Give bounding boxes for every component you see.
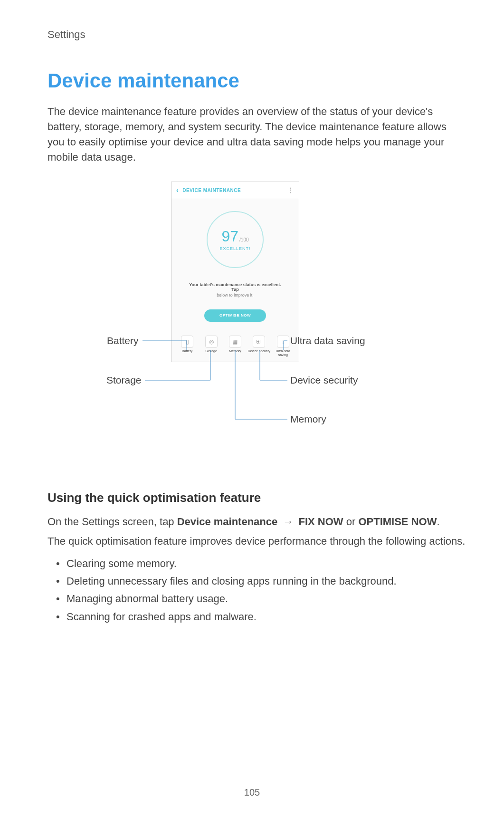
- breadcrumb: Settings: [48, 29, 466, 41]
- phone-header-title: DEVICE MAINTENANCE: [182, 188, 241, 193]
- storage-icon: ◎: [205, 336, 218, 348]
- shield-icon: ⛨: [253, 336, 265, 348]
- icon-label: Memory: [229, 349, 241, 353]
- instruction-target-2: FIX NOW: [299, 516, 343, 528]
- section-heading: Using the quick optimisation feature: [48, 490, 466, 505]
- data-saving-icon: ↓: [277, 336, 289, 348]
- list-item: Scanning for crashed apps and malware.: [48, 608, 466, 625]
- body-paragraph: The quick optimisation feature improves …: [48, 533, 466, 549]
- icons-row: ▯ Battery ◎ Storage ▦ Memory ⛨ Device se…: [171, 336, 299, 356]
- list-item: Clearing some memory.: [48, 555, 466, 572]
- bullet-list: Clearing some memory. Deleting unnecessa…: [48, 555, 466, 626]
- icon-label: Battery: [182, 349, 192, 353]
- icon-security[interactable]: ⛨ Device security: [247, 336, 270, 356]
- intro-paragraph: The device maintenance feature provides …: [48, 104, 466, 165]
- memory-icon: ▦: [229, 336, 241, 348]
- list-item: Managing abnormal battery usage.: [48, 590, 466, 607]
- diagram-area: ‹ DEVICE MAINTENANCE ⋮ 97/100 EXCELLENT!…: [48, 182, 466, 467]
- icon-storage[interactable]: ◎ Storage: [200, 336, 223, 356]
- icon-label: Ultra data saving: [272, 349, 295, 356]
- back-icon: ‹: [176, 186, 179, 194]
- callout-memory: Memory: [290, 413, 326, 425]
- arrow-icon: →: [283, 516, 293, 528]
- icon-label: Storage: [205, 349, 217, 353]
- instruction-or: or: [343, 516, 359, 528]
- status-text-1: Your tablet's maintenance status is exce…: [171, 282, 299, 292]
- instruction-target-3: OPTIMISE NOW: [358, 516, 437, 528]
- status-text-2: below to improve it.: [171, 293, 299, 298]
- callout-device-security: Device security: [290, 375, 358, 386]
- page-title: Device maintenance: [48, 69, 466, 92]
- list-item: Deleting unnecessary files and closing a…: [48, 572, 466, 590]
- instruction-line: On the Settings screen, tap Device maint…: [48, 514, 466, 529]
- score-circle: 97/100 EXCELLENT!: [207, 211, 264, 268]
- instruction-target-1: Device maintenance: [177, 516, 278, 528]
- page-number: 105: [0, 787, 504, 798]
- instruction-suffix: .: [437, 516, 439, 528]
- score-status: EXCELLENT!: [219, 246, 250, 251]
- callout-storage: Storage: [106, 375, 142, 386]
- optimise-now-button[interactable]: OPTIMISE NOW: [204, 309, 266, 322]
- more-icon: ⋮: [287, 186, 295, 194]
- instruction-prefix: On the Settings screen, tap: [48, 516, 177, 528]
- icon-label: Device security: [248, 349, 270, 353]
- battery-icon: ▯: [181, 336, 193, 348]
- callout-ultra-data-saving: Ultra data saving: [290, 335, 365, 346]
- phone-header: ‹ DEVICE MAINTENANCE ⋮: [171, 182, 299, 199]
- callout-battery: Battery: [107, 335, 139, 346]
- score-value: 97: [221, 228, 238, 245]
- score-max: /100: [239, 237, 248, 242]
- phone-screenshot: ‹ DEVICE MAINTENANCE ⋮ 97/100 EXCELLENT!…: [171, 182, 299, 362]
- icon-memory[interactable]: ▦ Memory: [224, 336, 247, 356]
- icon-battery[interactable]: ▯ Battery: [176, 336, 199, 356]
